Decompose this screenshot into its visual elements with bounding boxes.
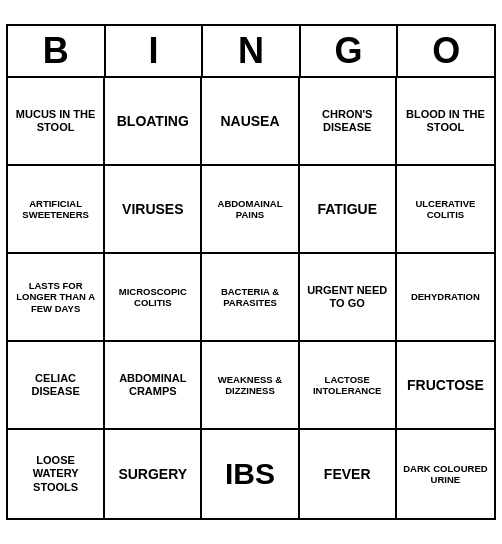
- bingo-grid: MUCUS IN THE STOOLBLOATINGNAUSEACHRON'S …: [8, 78, 494, 518]
- bingo-letter: G: [301, 26, 399, 76]
- bingo-card: BINGO MUCUS IN THE STOOLBLOATINGNAUSEACH…: [6, 24, 496, 520]
- bingo-cell: IBS: [202, 430, 299, 518]
- bingo-cell: ULCERATIVE COLITIS: [397, 166, 494, 254]
- bingo-cell: VIRUSES: [105, 166, 202, 254]
- bingo-cell: LACTOSE INTOLERANCE: [300, 342, 397, 430]
- bingo-cell: BLOOD IN THE STOOL: [397, 78, 494, 166]
- bingo-cell: FEVER: [300, 430, 397, 518]
- bingo-cell: FRUCTOSE: [397, 342, 494, 430]
- bingo-cell: DEHYDRATION: [397, 254, 494, 342]
- bingo-cell: NAUSEA: [202, 78, 299, 166]
- bingo-cell: SURGERY: [105, 430, 202, 518]
- bingo-cell: DARK COLOURED URINE: [397, 430, 494, 518]
- bingo-cell: BACTERIA & PARASITES: [202, 254, 299, 342]
- bingo-cell: ARTIFICIAL SWEETENERS: [8, 166, 105, 254]
- bingo-cell: BLOATING: [105, 78, 202, 166]
- bingo-cell: URGENT NEED TO GO: [300, 254, 397, 342]
- bingo-cell: CELIAC DISEASE: [8, 342, 105, 430]
- bingo-letter: O: [398, 26, 494, 76]
- bingo-cell: ABDOMINAL CRAMPS: [105, 342, 202, 430]
- bingo-cell: MICROSCOPIC COLITIS: [105, 254, 202, 342]
- bingo-letter: I: [106, 26, 204, 76]
- bingo-cell: ABDOMAINAL PAINS: [202, 166, 299, 254]
- bingo-cell: CHRON'S DISEASE: [300, 78, 397, 166]
- bingo-letter: B: [8, 26, 106, 76]
- bingo-cell: LASTS FOR LONGER THAN A FEW DAYS: [8, 254, 105, 342]
- bingo-cell: MUCUS IN THE STOOL: [8, 78, 105, 166]
- bingo-cell: FATIGUE: [300, 166, 397, 254]
- bingo-letter: N: [203, 26, 301, 76]
- bingo-cell: LOOSE WATERY STOOLS: [8, 430, 105, 518]
- bingo-cell: WEAKNESS & DIZZINESS: [202, 342, 299, 430]
- bingo-header: BINGO: [8, 26, 494, 78]
